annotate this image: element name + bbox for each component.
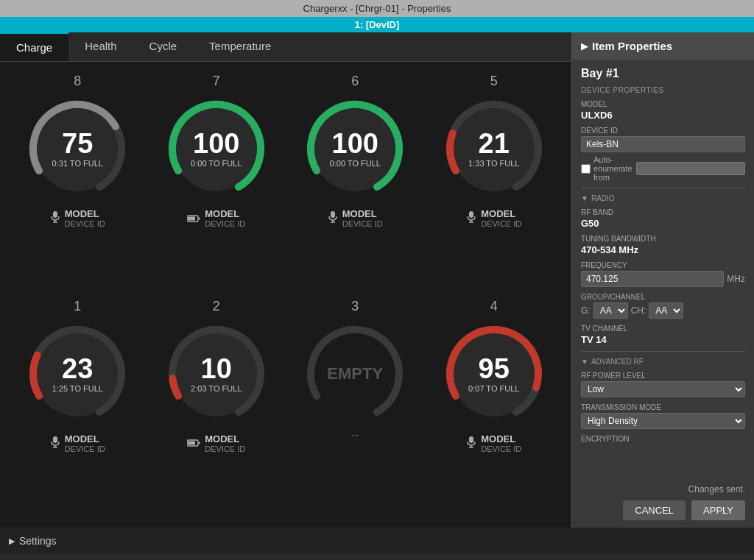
- svg-rect-1: [53, 211, 57, 218]
- svg-rect-17: [53, 436, 57, 443]
- gauge-6: 100 0:00 TO FULL: [300, 93, 410, 204]
- bay-title: Bay #1: [581, 67, 745, 80]
- bay-device-id-7: DEVICE ID: [205, 219, 245, 228]
- transmission-select[interactable]: High DensityNormal: [581, 413, 745, 429]
- frequency-row: MHz: [581, 271, 745, 287]
- bay-cell-1[interactable]: 1 23 1:25 TO FULL MODEL: [12, 299, 144, 517]
- bay-number-2: 2: [213, 299, 220, 314]
- transmission-label: TRANSMISSION MODE: [581, 403, 745, 411]
- advanced-rf-icon: ▼: [581, 358, 588, 366]
- svg-rect-22: [188, 442, 195, 445]
- group-channel-label: GROUP/CHANNEL: [581, 293, 745, 301]
- bay-device-icon-5: [466, 211, 476, 225]
- bay-cell-3[interactable]: 3 EMPTY --: [289, 299, 421, 517]
- bay-number-4: 4: [490, 299, 498, 314]
- radio-section-header[interactable]: ▼ RADIO: [581, 194, 745, 202]
- svg-rect-23: [199, 442, 200, 444]
- bay-info-1: MODEL DEVICE ID: [50, 433, 105, 453]
- bay-model-2: MODEL: [205, 433, 245, 444]
- bay-labels-4: MODEL DEVICE ID: [481, 433, 521, 453]
- encryption-label: ENCRYPTION: [581, 435, 745, 443]
- right-panel-content: Bay #1 DEVICE PROPERTIES MODEL ULXD6 DEV…: [572, 60, 754, 480]
- tab-charge[interactable]: Charge: [0, 32, 68, 61]
- bay-labels-2: MODEL DEVICE ID: [205, 433, 245, 453]
- bay-cell-7[interactable]: 7 100 0:00 TO FULL MODEL DEVICE: [151, 74, 283, 291]
- bay-labels-5: MODEL DEVICE ID: [481, 208, 521, 228]
- bay-empty-dash: --: [352, 429, 359, 441]
- radio-collapse-icon: ▼: [581, 194, 588, 202]
- right-panel-header: ▶ Item Properties: [572, 32, 754, 60]
- bay-device-icon-8: [50, 211, 60, 225]
- bay-info-8: MODEL DEVICE ID: [50, 208, 105, 228]
- bay-device-id-6: DEVICE ID: [342, 219, 383, 228]
- group-label: G:: [581, 305, 591, 316]
- bay-device-id-1: DEVICE ID: [65, 444, 105, 453]
- bottom-bar[interactable]: ▶ Settings: [0, 528, 754, 554]
- bay-number-8: 8: [74, 74, 81, 89]
- battery-grid: 8 75 0:31 TO FULL MODEL: [0, 62, 571, 528]
- bay-cell-2[interactable]: 2 10 2:03 TO FULL MODEL DEVICE: [151, 299, 283, 517]
- bay-labels-1: MODEL DEVICE ID: [65, 433, 105, 453]
- device-properties-label: DEVICE PROPERTIES: [581, 86, 745, 94]
- gauge-3: EMPTY: [300, 319, 410, 429]
- tv-channel-value: TV 14: [581, 334, 745, 345]
- bay-labels-6: MODEL DEVICE ID: [342, 208, 383, 228]
- tab-health[interactable]: Health: [68, 32, 133, 61]
- bay-model-5: MODEL: [481, 208, 521, 219]
- tab-temperature[interactable]: Temperature: [193, 32, 287, 61]
- gauge-2: 10 2:03 TO FULL: [161, 319, 272, 429]
- svg-rect-6: [188, 216, 195, 220]
- right-panel: ▶ Item Properties Bay #1 DEVICE PROPERTI…: [571, 32, 754, 528]
- bay-model-1: MODEL: [65, 433, 105, 444]
- settings-arrow-icon: ▶: [9, 536, 15, 546]
- cancel-button[interactable]: CANCEL: [623, 500, 686, 520]
- bay-cell-5[interactable]: 5 21 1:33 TO FULL MODEL: [429, 74, 560, 291]
- bay-number-5: 5: [490, 74, 498, 89]
- bay-device-id-2: DEVICE ID: [205, 444, 245, 453]
- auto-enum-checkbox[interactable]: [581, 164, 591, 174]
- changes-sent: Changes sent.: [572, 480, 754, 496]
- gauge-5: 21 1:33 TO FULL: [439, 93, 549, 204]
- dev-id-bar: 1: [DevID]: [0, 17, 754, 32]
- model-value: ULXD6: [581, 110, 745, 121]
- bay-info-6: MODEL DEVICE ID: [328, 208, 383, 228]
- group-select[interactable]: AAABAC: [593, 302, 628, 319]
- tv-channel-label: TV CHANNEL: [581, 325, 745, 333]
- frequency-unit: MHz: [727, 274, 745, 284]
- tab-cycle[interactable]: Cycle: [133, 32, 194, 61]
- bay-model-7: MODEL: [205, 208, 245, 219]
- bay-info-2: MODEL DEVICE ID: [187, 433, 245, 453]
- bay-device-icon-7: [187, 213, 200, 224]
- channel-label: CH:: [631, 305, 646, 316]
- bay-labels-7: MODEL DEVICE ID: [205, 208, 245, 228]
- right-header-arrow-icon: ▶: [581, 41, 588, 52]
- bay-cell-8[interactable]: 8 75 0:31 TO FULL MODEL: [12, 74, 144, 291]
- bay-model-6: MODEL: [342, 208, 383, 219]
- bay-device-id-4: DEVICE ID: [481, 444, 521, 453]
- svg-rect-13: [469, 211, 473, 218]
- bay-cell-4[interactable]: 4 95 0:07 TO FULL MODEL: [429, 299, 560, 517]
- apply-button[interactable]: APPLY: [691, 500, 745, 520]
- bay-model-8: MODEL: [65, 208, 105, 219]
- frequency-label: FREQUENCY: [581, 261, 745, 269]
- tabs: Charge Health Cycle Temperature: [0, 32, 571, 62]
- rf-band-label: RF BAND: [581, 208, 745, 216]
- bay-cell-6[interactable]: 6 100 0:00 TO FULL MODEL: [289, 74, 421, 291]
- bay-device-icon-6: [328, 211, 338, 225]
- tuning-bw-label: TUNING BANDWIDTH: [581, 235, 745, 243]
- svg-rect-9: [331, 211, 335, 218]
- rf-power-select[interactable]: LowMediumHigh: [581, 381, 745, 397]
- gauge-1: 23 1:25 TO FULL: [22, 319, 133, 429]
- device-id-input[interactable]: [581, 136, 745, 152]
- svg-rect-26: [469, 436, 473, 443]
- bay-number-1: 1: [74, 299, 81, 314]
- rf-power-label: RF POWER LEVEL: [581, 372, 745, 380]
- advanced-rf-header[interactable]: ▼ ADVANCED RF: [581, 358, 745, 366]
- model-label: MODEL: [581, 100, 745, 108]
- bay-device-icon-2: [187, 437, 200, 449]
- gauge-8: 75 0:31 TO FULL: [22, 93, 133, 204]
- auto-enum-input[interactable]: [636, 162, 745, 175]
- bay-labels-8: MODEL DEVICE ID: [65, 208, 105, 228]
- channel-select[interactable]: AAABAC: [649, 302, 683, 319]
- frequency-input[interactable]: [581, 271, 724, 287]
